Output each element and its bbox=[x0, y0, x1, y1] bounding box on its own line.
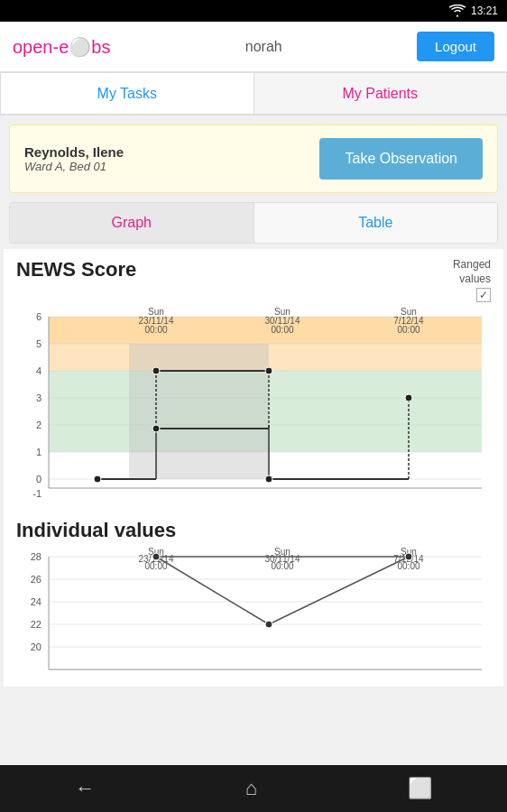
svg-point-66 bbox=[265, 621, 272, 628]
news-score-header: NEWS Score Rangedvalues bbox=[16, 258, 491, 302]
status-bar: 13:21 bbox=[0, 0, 507, 22]
individual-values-chart: 28 26 24 22 20 Sun 23/11/14 00:00 Sun 30… bbox=[16, 548, 498, 683]
news-score-title: NEWS Score bbox=[16, 258, 136, 281]
logout-button[interactable]: Logout bbox=[417, 32, 494, 61]
svg-text:00:00: 00:00 bbox=[271, 561, 293, 571]
svg-text:28: 28 bbox=[31, 551, 41, 562]
svg-point-67 bbox=[405, 553, 412, 560]
svg-point-65 bbox=[152, 553, 160, 560]
tab-graph[interactable]: Graph bbox=[10, 203, 254, 243]
svg-line-64 bbox=[156, 557, 269, 624]
back-button[interactable]: ← bbox=[57, 770, 113, 807]
ranged-values-checkbox[interactable] bbox=[476, 288, 491, 302]
news-score-section: NEWS Score Rangedvalues 6 5 4 3 2 1 0 -1 bbox=[4, 249, 503, 510]
tab-my-patients[interactable]: My Patients bbox=[254, 72, 508, 115]
svg-text:0: 0 bbox=[36, 474, 41, 484]
status-time: 13:21 bbox=[471, 5, 498, 17]
patient-ward: Ward A, Bed 01 bbox=[24, 160, 124, 173]
patient-info: Reynolds, Ilene Ward A, Bed 01 bbox=[24, 144, 124, 173]
patient-card: Reynolds, Ilene Ward A, Bed 01 Take Obse… bbox=[9, 125, 498, 193]
top-nav: open-e⚪bs norah Logout bbox=[0, 22, 507, 72]
ranged-values-label: Rangedvalues bbox=[453, 258, 491, 286]
svg-text:20: 20 bbox=[31, 641, 41, 652]
svg-text:2: 2 bbox=[36, 420, 41, 430]
svg-text:5: 5 bbox=[36, 338, 41, 349]
svg-text:22: 22 bbox=[31, 619, 41, 630]
svg-text:6: 6 bbox=[36, 311, 41, 322]
svg-text:1: 1 bbox=[36, 447, 41, 457]
svg-point-37 bbox=[265, 475, 272, 483]
logo: open-e⚪bs bbox=[13, 36, 110, 58]
svg-text:00:00: 00:00 bbox=[144, 561, 167, 571]
svg-text:00:00: 00:00 bbox=[271, 325, 293, 335]
home-button[interactable]: ⌂ bbox=[227, 770, 275, 807]
individual-values-section: Individual values 28 26 24 22 20 Sun 23/… bbox=[4, 510, 503, 687]
news-score-chart: 6 5 4 3 2 1 0 -1 Sun 23/11/14 00:00 Sun … bbox=[16, 308, 498, 497]
view-tabs: Graph Table bbox=[9, 202, 498, 244]
tab-table[interactable]: Table bbox=[254, 203, 498, 243]
svg-point-36 bbox=[152, 367, 160, 374]
individual-values-title: Individual values bbox=[16, 519, 491, 542]
ranged-values-control: Rangedvalues bbox=[453, 258, 491, 302]
svg-text:00:00: 00:00 bbox=[397, 325, 419, 335]
svg-text:3: 3 bbox=[36, 392, 41, 403]
svg-text:-1: -1 bbox=[32, 488, 41, 497]
svg-text:4: 4 bbox=[36, 365, 41, 376]
main-tab-bar: My Tasks My Patients bbox=[0, 72, 507, 115]
svg-point-39 bbox=[405, 394, 412, 401]
tab-my-tasks[interactable]: My Tasks bbox=[0, 72, 254, 115]
svg-text:00:00: 00:00 bbox=[144, 325, 167, 335]
recent-apps-button[interactable]: ⬜ bbox=[390, 770, 450, 807]
svg-text:26: 26 bbox=[31, 574, 41, 585]
svg-rect-28 bbox=[129, 344, 269, 479]
take-observation-button[interactable]: Take Observation bbox=[319, 138, 483, 180]
svg-point-38 bbox=[265, 367, 272, 374]
svg-point-34 bbox=[94, 475, 101, 483]
svg-point-35 bbox=[152, 425, 160, 432]
svg-text:00:00: 00:00 bbox=[397, 561, 419, 571]
user-name: norah bbox=[245, 39, 282, 55]
bottom-nav: ← ⌂ ⬜ bbox=[0, 765, 507, 812]
patient-name: Reynolds, Ilene bbox=[24, 144, 124, 160]
wifi-icon bbox=[449, 5, 466, 17]
svg-text:24: 24 bbox=[31, 596, 41, 607]
